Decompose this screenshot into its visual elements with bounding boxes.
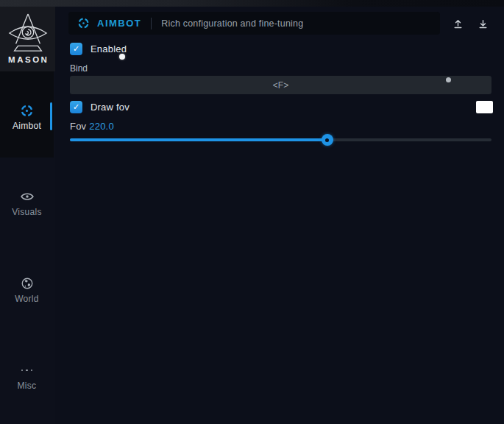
upload-icon[interactable] — [450, 15, 466, 32]
sidebar-item-visuals[interactable]: Visuals — [0, 189, 54, 217]
bind-label: Bind — [70, 63, 88, 74]
enabled-checkbox[interactable]: ✓ — [70, 43, 82, 55]
enabled-row: ✓ Enabled — [70, 43, 127, 55]
sidebar-item-misc[interactable]: Misc — [0, 363, 54, 391]
main-content: AIMBOT Rich configuration and fine-tunin… — [55, 7, 504, 424]
fov-value: 220.0 — [89, 121, 114, 132]
sidebar-item-world[interactable]: World — [0, 276, 54, 304]
draw-fov-label: Draw fov — [90, 102, 129, 113]
sidebar-item-label: Aimbot — [13, 121, 41, 131]
fov-slider-thumb[interactable] — [322, 134, 333, 146]
fov-slider-fill — [70, 138, 327, 141]
sidebar-item-label: Visuals — [12, 207, 42, 217]
bind-key-input[interactable]: <F> — [70, 76, 491, 94]
title-strip — [0, 0, 504, 7]
ellipsis-icon — [21, 363, 33, 378]
fov-slider[interactable] — [70, 138, 491, 141]
secondary-cursor-dot — [446, 77, 451, 82]
section-header: AIMBOT Rich configuration and fine-tunin… — [68, 12, 440, 35]
fov-color-swatch[interactable] — [476, 101, 493, 113]
draw-fov-row: ✓ Draw fov — [70, 101, 129, 113]
sidebar-item-label: World — [15, 294, 39, 304]
header-divider — [151, 18, 152, 29]
mason-eye-pyramid-logo — [7, 12, 49, 54]
sidebar-item-aimbot[interactable]: Aimbot — [0, 103, 54, 131]
crosshair-icon — [20, 103, 34, 118]
sidebar: MASON Aimbot Visuals — [0, 7, 55, 424]
fov-label: Fov — [70, 121, 86, 132]
fov-slider-thumb-hole — [325, 138, 329, 142]
brand-panel: MASON — [0, 7, 55, 71]
sidebar-item-label: Misc — [18, 381, 37, 391]
draw-fov-checkbox[interactable]: ✓ — [70, 101, 82, 113]
mouse-cursor-dot — [119, 54, 125, 60]
eye-icon — [20, 189, 35, 204]
section-title: AIMBOT — [97, 18, 141, 29]
globe-icon — [21, 276, 34, 291]
crosshair-icon — [77, 17, 90, 29]
enabled-label: Enabled — [90, 43, 127, 54]
brand-name: MASON — [7, 55, 49, 64]
download-icon[interactable] — [475, 15, 491, 32]
fov-label-row: Fov220.0 — [70, 121, 114, 132]
section-subtitle: Rich configuration and fine-tuning — [161, 18, 303, 29]
